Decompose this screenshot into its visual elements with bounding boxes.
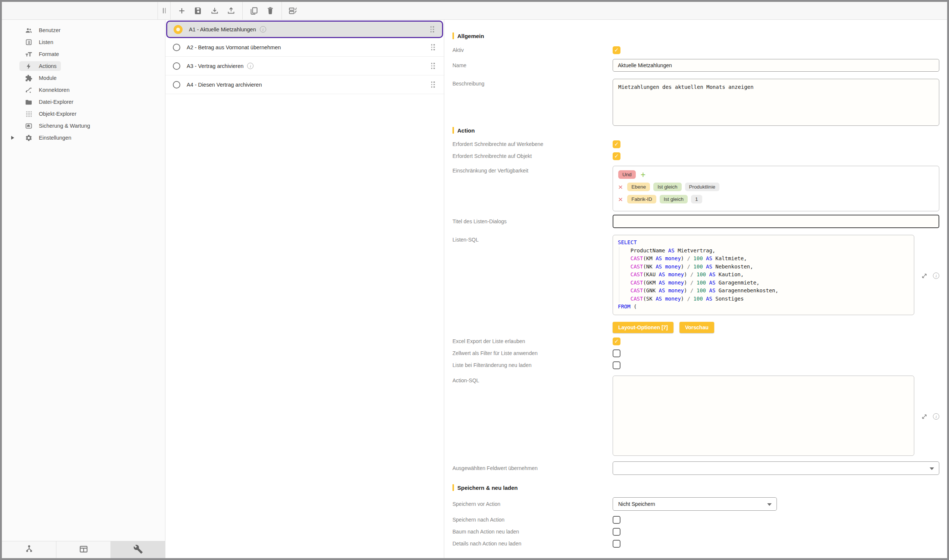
liste-neu-laden-checkbox[interactable] [613,362,620,369]
row-listen-sql: Listen-SQL SELECT ProductName AS Mietver… [452,235,947,315]
radio-unselected[interactable] [173,44,180,51]
add-constraint-icon[interactable]: + [641,171,646,178]
radio-unselected[interactable] [173,62,180,70]
field-label: Beschreibung [452,79,613,87]
panel-resize-handle-icon[interactable] [161,6,167,16]
listen-sql-editor[interactable]: SELECT ProductName AS Mietvertrag, CAST(… [613,235,914,315]
app-window: Benutzer Listen Formate Actions Module [0,0,949,560]
action-list-button[interactable] [286,3,300,18]
info-icon[interactable]: i [933,413,939,420]
radio-unselected[interactable] [173,81,180,88]
delete-button[interactable] [263,3,278,18]
constraint-field-chip[interactable]: Ebene [627,183,650,191]
name-input[interactable] [613,59,939,72]
tree-icon [24,544,34,555]
field-label: Speichern vor Action [452,501,613,507]
und-operator-chip[interactable]: Und [618,170,636,179]
info-icon[interactable]: i [260,26,266,32]
save-button[interactable] [191,3,206,18]
gear-icon [25,134,32,142]
sidebar-item-label: Objekt-Explorer [39,111,77,117]
info-icon[interactable]: i [247,63,254,69]
tab-tree-view[interactable] [2,542,56,558]
sidebar-item-konnektoren[interactable]: Konnektoren [2,84,165,96]
sidebar-item-actions[interactable]: Actions [2,60,165,72]
werkebene-checkbox[interactable] [613,140,620,148]
drag-handle-icon[interactable] [431,63,435,69]
section-bar [452,484,454,491]
field-label: Liste bei Filteränderung neu laden [452,362,613,368]
expand-editor-icon[interactable] [921,272,928,280]
toolbar-separator [242,2,243,20]
row-liste-neu-laden: Liste bei Filteränderung neu laden [452,359,947,371]
constraint-row: × Fabrik-ID Ist gleich 1 [618,195,934,203]
details-neu-laden-checkbox[interactable] [613,540,620,548]
sidebar-item-label: Actions [39,63,57,69]
tab-layout-view[interactable] [56,542,111,558]
action-item-label: A2 - Betrag aus Vormonat übernehmen [187,45,281,51]
sidebar: Benutzer Listen Formate Actions Module [2,20,165,558]
dot-grid-icon [25,110,32,118]
upload-button[interactable] [224,3,238,18]
zellwert-filter-checkbox[interactable] [613,349,620,357]
sidebar-item-datei-explorer[interactable]: Datei-Explorer [2,96,165,108]
constraint-value-chip[interactable]: Produktlinie [685,183,720,191]
constraint-operator-chip[interactable]: Ist gleich [660,195,688,203]
action-list-item-a3[interactable]: A3 - Vertrag archivieren i [165,57,444,75]
tab-settings-view[interactable] [111,542,165,558]
sidebar-item-sicherung-wartung[interactable]: Sicherung & Wartung [2,120,165,132]
drag-handle-icon[interactable] [431,44,435,51]
aktiv-checkbox[interactable] [613,46,620,54]
drag-handle-icon[interactable] [431,82,435,88]
row-aktiv: Aktiv [452,46,947,54]
expand-arrow-icon[interactable] [11,136,14,140]
info-icon[interactable]: i [933,272,939,279]
section-bar [452,127,454,134]
sidebar-bottom-tabs [2,541,165,558]
trash-icon [266,6,275,15]
vorschau-button[interactable]: Vorschau [680,322,714,333]
download-button[interactable] [207,3,222,18]
expand-editor-icon[interactable] [921,413,928,420]
excel-export-checkbox[interactable] [613,337,620,345]
add-button[interactable] [174,3,189,18]
copy-icon [249,6,258,15]
text-format-icon [25,51,32,58]
speichern-nach-action-checkbox[interactable] [613,516,620,524]
row-action-sql: Action-SQL i [452,375,947,456]
sidebar-item-label: Listen [39,39,53,45]
action-sql-editor[interactable] [613,375,914,456]
action-list-item-a2[interactable]: A2 - Betrag aus Vormonat übernehmen [165,38,444,57]
sidebar-item-einstellungen[interactable]: Einstellungen [2,132,165,144]
section-allgemein: Allgemein [452,32,947,40]
sidebar-item-benutzer[interactable]: Benutzer [2,24,165,36]
feldwert-select[interactable] [613,462,939,475]
row-schreibrechte-objekt: Erfordert Schreibrechte auf Objekt [452,150,947,162]
beschreibung-textarea[interactable]: Mietzahlungen des aktuellen Monats anzei… [613,79,939,126]
remove-constraint-icon[interactable]: × [618,196,623,203]
drag-handle-icon[interactable] [431,26,435,32]
layout-options-button[interactable]: Layout-Optionen [7] [613,322,674,333]
baum-neu-laden-checkbox[interactable] [613,528,620,536]
remove-constraint-icon[interactable]: × [618,184,623,191]
sidebar-item-module[interactable]: Module [2,72,165,84]
sidebar-item-formate[interactable]: Formate [2,48,165,60]
speichern-vor-action-select[interactable]: Nicht Speichern [613,497,777,511]
action-item-label: A4 - Diesen Vertrag archivieren [187,82,262,88]
row-list-buttons: Layout-Optionen [7] Vorschau [452,322,947,333]
sidebar-item-listen[interactable]: Listen [2,36,165,48]
constraint-field-chip[interactable]: Fabrik-ID [627,195,656,203]
people-icon [25,26,32,34]
duplicate-button[interactable] [246,3,261,18]
action-list: A1 - Aktuelle Mietzahlungen i A2 - Betra… [165,20,444,558]
constraint-operator-chip[interactable]: Ist gleich [653,183,681,191]
radio-selected[interactable] [174,25,183,34]
action-list-item-a4[interactable]: A4 - Diesen Vertrag archivieren [165,75,444,94]
constraint-row: × Ebene Ist gleich Produktlinie [618,183,934,191]
sidebar-item-objekt-explorer[interactable]: Objekt-Explorer [2,108,165,120]
constraint-value-chip[interactable]: 1 [691,195,702,203]
constraint-builder: Und + × Ebene Ist gleich Produktlinie × … [613,166,939,211]
action-list-item-a1[interactable]: A1 - Aktuelle Mietzahlungen i [166,20,443,38]
objekt-checkbox[interactable] [613,152,620,160]
titel-listen-dialog-input[interactable] [613,215,939,228]
